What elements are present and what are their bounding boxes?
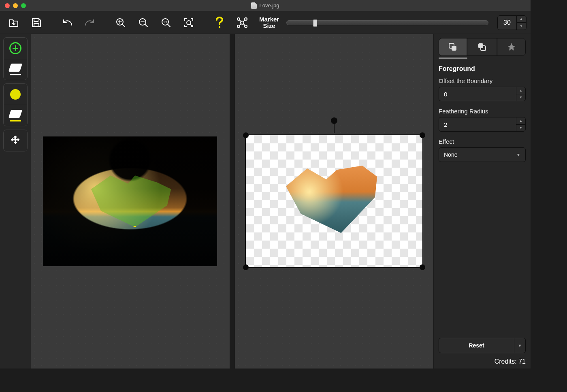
- feather-value: 2: [439, 117, 516, 131]
- eraser-icon: [10, 64, 21, 75]
- marker-size-slider[interactable]: [286, 20, 488, 25]
- open-icon: [8, 17, 20, 29]
- result-frame[interactable]: [245, 134, 423, 268]
- main-toolbar: 1:1 Marker Size ▲ ▼: [0, 11, 531, 34]
- resize-handle-bl[interactable]: [243, 264, 249, 270]
- reset-button[interactable]: Reset ▼: [439, 338, 526, 353]
- feather-stepper[interactable]: 2 ▲ ▼: [439, 117, 526, 132]
- resize-handle-br[interactable]: [420, 264, 425, 270]
- help-icon: [215, 17, 224, 29]
- resize-handle-tr[interactable]: [420, 132, 425, 138]
- zoom-in-icon: [115, 17, 126, 28]
- resize-handle-tl[interactable]: [243, 132, 249, 138]
- marker-size-input[interactable]: [498, 16, 516, 30]
- chevron-down-icon: ▼: [516, 153, 520, 157]
- svg-point-4: [187, 21, 191, 25]
- zoom-out-icon: [138, 17, 149, 28]
- offset-label: Offset the Boundary: [439, 77, 526, 84]
- move-tool[interactable]: [4, 130, 27, 151]
- eraser-yellow-icon: [10, 110, 21, 121]
- zoom-fit-icon: [183, 17, 194, 28]
- panel-heading: Foreground: [439, 65, 526, 72]
- marker-size-label: Marker Size: [255, 16, 283, 29]
- foreground-tab-icon: [448, 42, 458, 52]
- redo-button[interactable]: [80, 13, 100, 32]
- eraser-foreground-tool[interactable]: [4, 59, 27, 80]
- add-icon: [9, 42, 21, 54]
- file-icon: [251, 2, 257, 9]
- redo-icon: [84, 18, 96, 28]
- feather-down[interactable]: ▼: [516, 125, 525, 132]
- offset-down[interactable]: ▼: [516, 94, 525, 101]
- foreground-tab[interactable]: [439, 38, 467, 55]
- move-icon: [10, 135, 21, 146]
- tools-column: [0, 34, 31, 369]
- rotate-handle[interactable]: [331, 117, 337, 124]
- properties-panel: Foreground Offset the Boundary 0 ▲ ▼ Fea…: [433, 34, 531, 369]
- offset-up[interactable]: ▲: [516, 87, 525, 94]
- svg-text:1:1: 1:1: [163, 21, 167, 23]
- background-tab-icon: [477, 42, 487, 52]
- result-canvas[interactable]: [234, 34, 434, 369]
- ai-process-button[interactable]: [232, 13, 252, 32]
- reset-dropdown[interactable]: ▼: [514, 338, 525, 353]
- feather-up[interactable]: ▲: [516, 117, 525, 125]
- help-button[interactable]: [210, 13, 229, 32]
- eraser-yellow-tool[interactable]: [4, 105, 27, 126]
- ai-network-icon: [236, 17, 248, 29]
- marker-size-up[interactable]: ▲: [517, 16, 526, 23]
- window-title: Love.jpg: [259, 2, 279, 9]
- effects-tab[interactable]: [498, 38, 525, 55]
- cutout-image: [277, 164, 384, 233]
- effect-label: Effect: [439, 138, 526, 145]
- window-minimize-button[interactable]: [13, 3, 18, 8]
- save-icon: [31, 17, 42, 28]
- window-zoom-button[interactable]: [21, 3, 26, 8]
- source-canvas[interactable]: [31, 34, 230, 369]
- background-tab[interactable]: [468, 38, 496, 55]
- offset-stepper[interactable]: 0 ▲ ▼: [439, 87, 526, 101]
- undo-icon: [61, 18, 73, 28]
- zoom-actual-icon: 1:1: [160, 17, 172, 28]
- reset-label: Reset: [439, 338, 514, 353]
- undo-button[interactable]: [58, 13, 77, 32]
- zoom-actual-button[interactable]: 1:1: [156, 13, 176, 32]
- slider-thumb[interactable]: [313, 19, 317, 27]
- feather-label: Feathering Radius: [439, 108, 526, 115]
- window-close-button[interactable]: [5, 3, 10, 8]
- yellow-brush-icon: [10, 89, 21, 100]
- star-icon: [507, 42, 516, 52]
- source-image: [43, 136, 217, 266]
- zoom-fit-button[interactable]: [179, 13, 198, 32]
- zoom-out-button[interactable]: [134, 13, 153, 32]
- offset-value: 0: [439, 87, 516, 101]
- marker-size-down[interactable]: ▼: [517, 23, 526, 30]
- brush-yellow-tool[interactable]: [4, 84, 27, 105]
- effect-value: None: [444, 151, 457, 158]
- credits-label: Credits: 71: [439, 358, 526, 365]
- svg-point-5: [219, 26, 220, 28]
- canvas-area: [31, 34, 433, 369]
- add-selection-tool[interactable]: [4, 38, 27, 59]
- open-button[interactable]: [4, 13, 23, 32]
- zoom-in-button[interactable]: [111, 13, 130, 32]
- save-button[interactable]: [27, 13, 46, 32]
- marker-size-stepper[interactable]: ▲ ▼: [497, 15, 526, 30]
- effect-select[interactable]: None ▼: [439, 147, 526, 162]
- svg-rect-12: [452, 46, 456, 51]
- titlebar: Love.jpg: [0, 0, 531, 11]
